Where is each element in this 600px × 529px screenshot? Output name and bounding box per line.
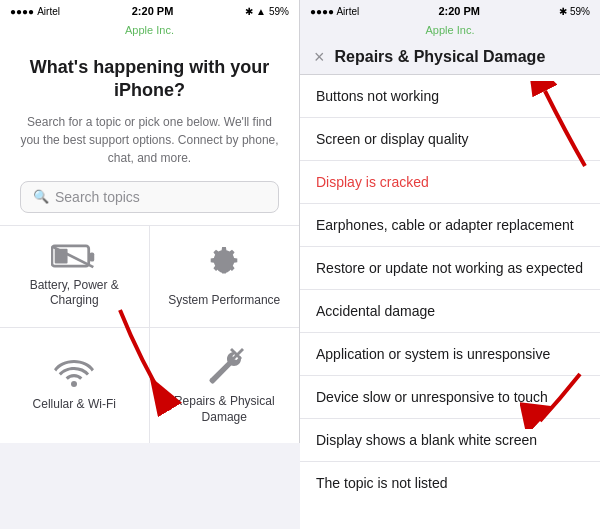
topic-cellular[interactable]: Cellular & Wi-Fi bbox=[0, 328, 150, 443]
battery-icon bbox=[51, 244, 97, 270]
right-panel-header: × Repairs & Physical Damage bbox=[300, 40, 600, 75]
menu-item-screen-quality[interactable]: Screen or display quality bbox=[300, 118, 600, 161]
main-heading: What's happening with your iPhone? bbox=[20, 56, 279, 103]
right-panel-title: Repairs & Physical Damage bbox=[335, 48, 546, 66]
system-label: System Performance bbox=[168, 293, 280, 309]
right-battery-area: ✱ 59% bbox=[559, 6, 590, 17]
cellular-label: Cellular & Wi-Fi bbox=[33, 397, 116, 413]
search-bar[interactable]: 🔍 Search topics bbox=[20, 181, 279, 213]
menu-item-buttons[interactable]: Buttons not working bbox=[300, 75, 600, 118]
intro-description: Search for a topic or pick one below. We… bbox=[20, 113, 279, 167]
menu-item-restore[interactable]: Restore or update not working as expecte… bbox=[300, 247, 600, 290]
gear-icon bbox=[204, 245, 244, 285]
search-placeholder-text: Search topics bbox=[55, 189, 140, 205]
menu-item-display-cracked[interactable]: Display is cracked bbox=[300, 161, 600, 204]
left-time: 2:20 PM bbox=[132, 5, 174, 17]
battery-label: Battery, Power &Charging bbox=[30, 278, 119, 309]
right-status-bar: ●●●● Airtel 2:20 PM ✱ 59% bbox=[300, 0, 600, 22]
menu-item-accidental[interactable]: Accidental damage bbox=[300, 290, 600, 333]
left-carrier: ●●●● Airtel bbox=[10, 6, 60, 17]
right-carrier-name: Airtel bbox=[336, 6, 359, 17]
left-battery-area: ✱ ▲ 59% bbox=[245, 6, 289, 17]
close-button[interactable]: × bbox=[314, 48, 325, 66]
menu-item-blank-screen[interactable]: Display shows a blank white screen bbox=[300, 419, 600, 462]
signal-dots: ●●●● bbox=[10, 6, 34, 17]
carrier-name: Airtel bbox=[37, 6, 60, 17]
right-battery: 59% bbox=[570, 6, 590, 17]
right-bt-icon: ✱ bbox=[559, 6, 567, 17]
right-apple-label: Apple Inc. bbox=[300, 22, 600, 40]
right-panel: ●●●● Airtel 2:20 PM ✱ 59% Apple Inc. × R… bbox=[300, 0, 600, 529]
wifi-icon bbox=[54, 359, 94, 389]
right-time: 2:20 PM bbox=[438, 5, 480, 17]
repairs-icon bbox=[204, 346, 244, 386]
menu-item-unresponsive-app[interactable]: Application or system is unresponsive bbox=[300, 333, 600, 376]
battery-percent: 59% bbox=[269, 6, 289, 17]
right-carrier-area: ●●●● Airtel bbox=[310, 6, 359, 17]
search-icon: 🔍 bbox=[33, 189, 49, 204]
topic-system[interactable]: System Performance bbox=[150, 226, 300, 328]
right-signal-dots: ●●●● bbox=[310, 6, 334, 17]
left-apple-label: Apple Inc. bbox=[0, 22, 299, 40]
topic-repairs[interactable]: Repairs & Physical Damage bbox=[150, 328, 300, 443]
left-intro-section: What's happening with your iPhone? Searc… bbox=[0, 40, 299, 225]
bluetooth-icon: ✱ bbox=[245, 6, 253, 17]
repairs-label: Repairs & Physical Damage bbox=[160, 394, 290, 425]
topics-grid: Battery, Power &Charging System Performa… bbox=[0, 225, 299, 443]
svg-rect-1 bbox=[90, 252, 95, 261]
left-status-bar: ●●●● Airtel 2:20 PM ✱ ▲ 59% bbox=[0, 0, 299, 22]
wifi-status-icon: ▲ bbox=[256, 6, 266, 17]
menu-list: Buttons not working Screen or display qu… bbox=[300, 75, 600, 529]
menu-item-device-slow[interactable]: Device slow or unresponsive to touch bbox=[300, 376, 600, 419]
topic-battery[interactable]: Battery, Power &Charging bbox=[0, 226, 150, 328]
menu-item-earphones[interactable]: Earphones, cable or adapter replacement bbox=[300, 204, 600, 247]
menu-item-not-listed[interactable]: The topic is not listed bbox=[300, 462, 600, 504]
